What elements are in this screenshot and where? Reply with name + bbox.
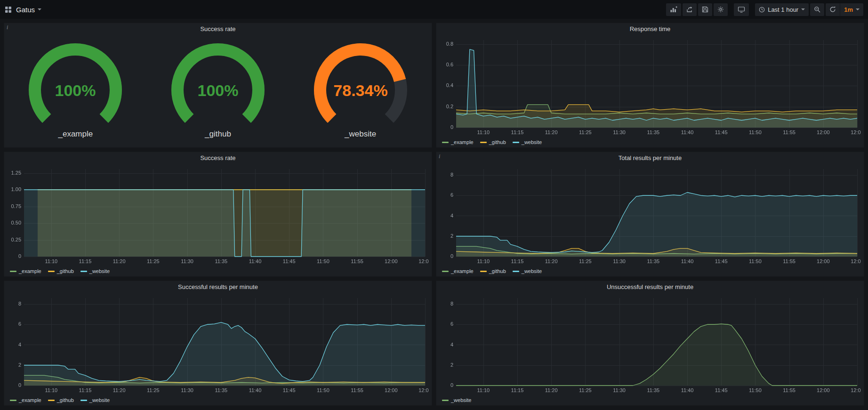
series-name: _example: [451, 268, 474, 274]
chart-area: [4, 293, 432, 395]
series-name: _website: [522, 139, 542, 145]
share-icon: [686, 6, 693, 13]
settings-button[interactable]: [714, 3, 728, 16]
legend-item-_website[interactable]: _website: [513, 139, 542, 145]
top-navbar: Gatus Last 1 hour: [0, 0, 868, 19]
gauge-label: _website: [302, 129, 419, 139]
series-name: _github: [57, 397, 74, 403]
legend-item-_website[interactable]: _website: [442, 397, 471, 403]
panel-title[interactable]: Success rate: [4, 152, 432, 164]
refresh-controls: 1m: [826, 3, 863, 16]
panel-title[interactable]: Unsuccessful results per minute: [436, 281, 864, 293]
series-color-swatch: [80, 271, 87, 272]
legend-item-_example[interactable]: _example: [10, 397, 41, 403]
legend-item-_example[interactable]: _example: [442, 139, 474, 145]
legend-item-_github[interactable]: _github: [48, 268, 74, 274]
series-name: _github: [489, 268, 506, 274]
panel-title[interactable]: Successful results per minute: [4, 281, 432, 293]
chart-legend: _example_github_website: [4, 395, 432, 405]
series-name: _website: [451, 397, 471, 403]
dashboard-grid: i Success rate 100%_example100%_github78…: [0, 19, 868, 410]
panel-actions-group: [665, 3, 728, 16]
panel-info-icon[interactable]: i: [439, 153, 440, 160]
series-color-swatch: [480, 271, 487, 272]
chart-legend: _example_github_website: [4, 266, 432, 276]
gauge-_example: 100%_example: [16, 41, 134, 139]
gauge-row: 100%_example100%_github78.34%_website: [4, 35, 432, 147]
time-range-picker[interactable]: Last 1 hour: [755, 3, 809, 16]
time-controls-group: Last 1 hour 1m: [754, 3, 863, 16]
gauge-arc: 100%: [159, 41, 277, 127]
dashboard-title[interactable]: Gatus: [16, 6, 41, 14]
refresh-interval-label: 1m: [844, 6, 853, 13]
chart-area: [436, 164, 864, 266]
series-color-swatch: [480, 142, 487, 143]
refresh-button[interactable]: [826, 3, 840, 16]
series-color-swatch: [10, 400, 16, 401]
tv-mode-button[interactable]: [734, 3, 749, 16]
chart-legend: _example_github_website: [436, 266, 864, 276]
series-name: _github: [57, 268, 74, 274]
legend-item-_website[interactable]: _website: [80, 397, 110, 403]
series-name: _website: [522, 268, 542, 274]
zoom-out-button[interactable]: [810, 3, 824, 16]
response-time-chart[interactable]: [439, 35, 861, 137]
clock-icon: [759, 7, 765, 13]
legend-item-_github[interactable]: _github: [480, 139, 506, 145]
legend-item-_example[interactable]: _example: [10, 268, 41, 274]
gauge-value: 100%: [55, 81, 96, 99]
panel-title[interactable]: Response time: [436, 23, 864, 35]
chevron-down-icon: [856, 8, 860, 10]
gauge-arc: 78.34%: [302, 41, 419, 127]
save-button[interactable]: [698, 3, 712, 16]
series-name: _example: [19, 397, 41, 403]
successful-results-chart[interactable]: [7, 293, 429, 395]
zoom-out-icon: [814, 6, 820, 13]
refresh-icon: [829, 6, 836, 13]
legend-item-_github[interactable]: _github: [48, 397, 74, 403]
navbar-left: Gatus: [5, 6, 41, 14]
chart-area: [436, 35, 864, 137]
series-color-swatch: [10, 271, 16, 272]
series-name: _website: [89, 397, 110, 403]
series-color-swatch: [48, 271, 55, 272]
refresh-interval-picker[interactable]: 1m: [840, 3, 863, 16]
panel-total-results: i Total results per minute _example_gith…: [436, 152, 864, 277]
time-range-label: Last 1 hour: [768, 6, 798, 13]
add-panel-icon: [670, 6, 677, 13]
gauge-value: 78.34%: [333, 81, 387, 99]
panel-title[interactable]: Total results per minute: [436, 152, 864, 164]
gauge-label: _github: [159, 129, 277, 139]
chart-legend: _website: [436, 395, 864, 405]
success-rate-chart[interactable]: [7, 164, 429, 266]
gauge-value: 100%: [198, 81, 239, 99]
series-color-swatch: [513, 271, 519, 272]
panel-title[interactable]: Success rate: [4, 23, 432, 35]
total-results-chart[interactable]: [439, 164, 861, 266]
panel-successful-results: Successful results per minute _example_g…: [4, 281, 432, 406]
series-color-swatch: [442, 142, 449, 143]
chart-area: [436, 293, 864, 395]
panel-info-icon[interactable]: i: [7, 24, 8, 31]
chart-legend: _example_github_website: [436, 137, 864, 147]
legend-item-_example[interactable]: _example: [442, 268, 474, 274]
share-button[interactable]: [683, 3, 697, 16]
legend-item-_website[interactable]: _website: [80, 268, 110, 274]
series-color-swatch: [48, 400, 55, 401]
apps-grid-icon[interactable]: [5, 6, 12, 13]
panel-success-rate-gauges: i Success rate 100%_example100%_github78…: [4, 23, 432, 148]
chevron-down-icon: [38, 8, 41, 10]
settings-gear-icon: [717, 6, 724, 13]
series-name: _github: [489, 139, 506, 145]
unsuccessful-results-chart[interactable]: [439, 293, 861, 395]
series-color-swatch: [442, 271, 449, 272]
series-name: _website: [89, 268, 110, 274]
gauge-_website: 78.34%_website: [302, 41, 419, 139]
series-color-swatch: [80, 400, 87, 401]
add-panel-button[interactable]: [666, 3, 681, 16]
chevron-down-icon: [801, 8, 805, 10]
gauge-arc: 100%: [16, 41, 134, 127]
legend-item-_github[interactable]: _github: [480, 268, 506, 274]
legend-item-_website[interactable]: _website: [513, 268, 542, 274]
series-name: _example: [451, 139, 474, 145]
